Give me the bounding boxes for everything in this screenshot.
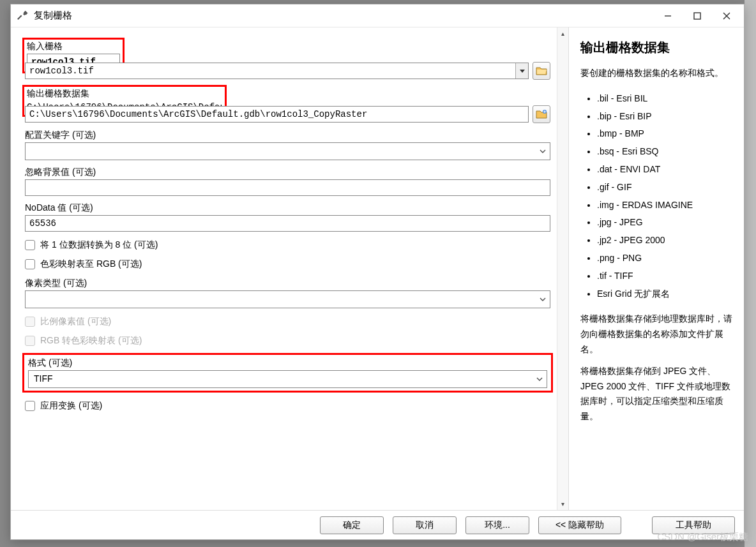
help-note1: 将栅格数据集存储到地理数据库时，请勿向栅格数据集的名称添加文件扩展名。 [580,311,732,357]
format-select[interactable]: TIFF [28,370,547,388]
browse-output-raster[interactable] [533,105,550,123]
chk-scale-pixel: 比例像素值 (可选) [25,316,550,327]
chk-colormap-rgb[interactable]: 色彩映射表至 RGB (可选) [25,259,550,270]
label-nodata: NoData 值 (可选) [25,202,550,214]
label-input-raster: 输入栅格 [27,41,120,52]
folder-open-icon [536,66,547,76]
field-ignore-bg: 忽略背景值 (可选) [25,167,550,196]
main-area: 输入栅格 [11,27,744,510]
label-ignore-bg: 忽略背景值 (可选) [25,167,550,178]
chevron-down-icon [540,297,546,301]
footer: 确定 取消 环境... << 隐藏帮助 工具帮助 [11,510,744,539]
tool-help-button[interactable]: 工具帮助 [652,516,735,534]
vertical-scrollbar[interactable]: ▴ ▾ [557,27,568,510]
scroll-down-icon[interactable]: ▾ [561,500,564,507]
list-item: .dat - ENVI DAT [597,162,732,177]
cancel-button[interactable]: 取消 [393,516,457,534]
label-format: 格式 (可选) [28,357,547,369]
checkbox-icon [25,259,35,269]
ok-button[interactable]: 确定 [320,516,384,534]
window-title: 复制栅格 [34,10,653,22]
list-item: .bil - Esri BIL [597,91,732,107]
list-item: .gif - GIF [597,180,732,195]
output-raster-row [25,105,550,123]
field-output-raster: 输出栅格数据集 C:\Users\16796\Documents\ArcGIS\… [25,85,550,123]
browse-input-raster[interactable] [533,62,550,80]
input-raster-dropdown[interactable] [515,63,528,79]
output-raster-input[interactable] [25,106,529,123]
pixel-type-dropdown[interactable] [536,291,550,308]
close-icon [723,12,730,20]
pixel-type-select[interactable] [25,290,550,308]
input-raster-combo-full [25,63,529,79]
hammer-icon [17,10,29,22]
label-output-raster: 输出栅格数据集 [27,88,222,100]
chk-1to8[interactable]: 将 1 位数据转换为 8 位 (可选) [25,239,550,251]
field-input-raster: 输入栅格 [25,38,550,80]
label-pixel-type: 像素类型 (可选) [25,278,550,289]
label-config-keyword: 配置关键字 (可选) [25,130,550,141]
checkbox-icon [25,317,35,327]
ignore-bg-input[interactable] [25,179,550,196]
folder-add-icon [536,109,547,119]
list-item: .bmp - BMP [597,126,732,142]
checkbox-icon [25,401,35,411]
env-button[interactable]: 环境... [465,516,529,534]
field-config-keyword: 配置关键字 (可选) [25,130,550,160]
form-pane: 输入栅格 [11,27,569,510]
maximize-icon [693,12,701,20]
window-controls [653,6,741,26]
config-keyword-value [26,143,536,160]
config-keyword-select[interactable] [25,142,550,160]
close-button[interactable] [712,6,741,26]
chk-rgb-to-colormap-label: RGB 转色彩映射表 (可选) [40,335,142,347]
titlebar: 复制栅格 [11,4,744,27]
format-value: TIFF [29,371,533,387]
minimize-button[interactable] [653,6,683,26]
list-item: .png - PNG [597,251,732,266]
chevron-down-icon [536,377,543,381]
chevron-down-icon [520,70,525,73]
list-item: .jp2 - JPEG 2000 [597,233,732,248]
format-dropdown[interactable] [533,371,547,387]
help-pane: 输出栅格数据集 要创建的栅格数据集的名称和格式。 .bil - Esri BIL… [569,27,744,510]
chk-apply-transform-label: 应用变换 (可选) [40,400,102,412]
chevron-down-icon [540,149,546,153]
checkbox-icon [25,336,35,346]
chk-1to8-label: 将 1 位数据转换为 8 位 (可选) [40,239,158,251]
highlight-format: 格式 (可选) TIFF [22,353,553,393]
field-format: 格式 (可选) TIFF [28,357,547,388]
help-note2: 将栅格数据集存储到 JPEG 文件、JPEG 2000 文件、TIFF 文件或地… [580,364,732,424]
list-item: .bsq - Esri BSQ [597,144,732,160]
list-item: .img - ERDAS IMAGINE [597,198,732,213]
input-raster-row [25,62,550,80]
help-title: 输出栅格数据集 [580,36,732,58]
chk-apply-transform[interactable]: 应用变换 (可选) [25,400,550,412]
scroll-up-icon[interactable]: ▴ [561,30,564,37]
field-pixel-type: 像素类型 (可选) [25,278,550,308]
maximize-button[interactable] [683,6,712,26]
hide-help-button[interactable]: << 隐藏帮助 [538,516,621,534]
help-format-list: .bil - Esri BIL .bip - Esri BIP .bmp - B… [580,91,732,302]
checkbox-icon [25,240,35,250]
chk-scale-pixel-label: 比例像素值 (可选) [40,316,111,327]
list-item: .tif - TIFF [597,269,732,284]
svg-rect-1 [694,13,700,19]
list-item: Esri Grid 无扩展名 [597,287,732,302]
field-nodata: NoData 值 (可选) [25,202,550,232]
form-scroll: 输入栅格 [11,27,557,510]
chk-colormap-rgb-label: 色彩映射表至 RGB (可选) [40,259,142,270]
dialog-window: 复制栅格 输入栅格 [10,4,745,540]
config-keyword-dropdown[interactable] [536,143,550,160]
pixel-type-value [26,291,536,308]
list-item: .bip - Esri BIP [597,109,732,124]
svg-marker-4 [520,70,525,73]
help-intro: 要创建的栅格数据集的名称和格式。 [580,66,732,81]
chk-rgb-to-colormap: RGB 转色彩映射表 (可选) [25,335,550,347]
nodata-input[interactable] [25,215,550,232]
input-raster-input[interactable] [26,63,515,79]
list-item: .jpg - JPEG [597,215,732,230]
minimize-icon [664,12,672,20]
